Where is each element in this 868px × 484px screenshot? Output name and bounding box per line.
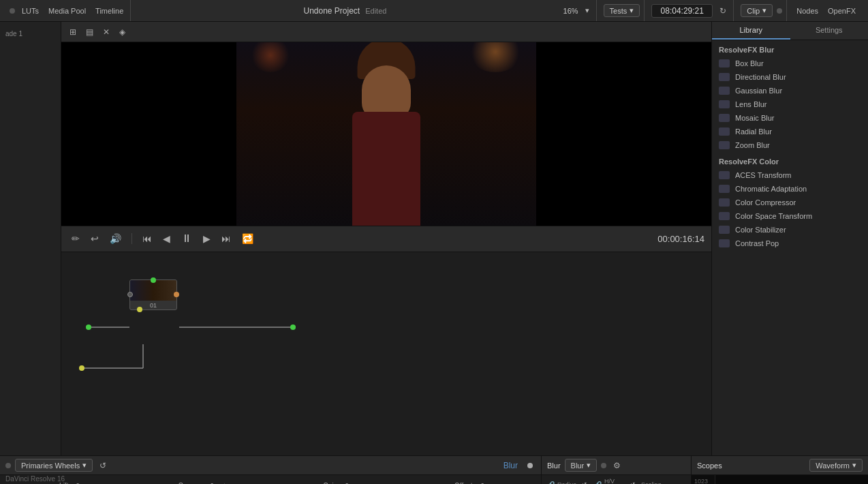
- zoom-level: 16%: [563, 7, 578, 15]
- waveform-scale: 1023 896 768 640 512 384 256 128 0: [692, 475, 715, 484]
- audio-button[interactable]: 🔊: [106, 231, 125, 246]
- video-preview: ⊞ ▤ ✕ ◈: [61, 22, 711, 226]
- gamma-reset[interactable]: ↺: [205, 481, 216, 484]
- color-compressor-label: Color Compressor: [735, 198, 796, 207]
- blur-panel: Blur Blur ▾ ⚙ 🔗 Radius ↺ 🔗 H/V Ratio ↺ S…: [541, 456, 691, 484]
- nodes-button[interactable]: Nodes: [794, 5, 821, 16]
- library-item-directional-blur[interactable]: Directional Blur: [712, 70, 868, 84]
- box-blur-label: Box Blur: [735, 59, 764, 67]
- blur-active-dot: [601, 463, 606, 468]
- library-item-radial-blur[interactable]: Radial Blur: [712, 125, 868, 138]
- blur-section-title: ResolveFX Blur: [712, 40, 868, 57]
- library-item-gaussian-blur[interactable]: Gaussian Blur: [712, 84, 868, 97]
- color-wheels-panel: Primaries Wheels ▾ ↺ Blur Lift ↺ 0.0: [0, 456, 541, 484]
- node-01[interactable]: 01: [129, 279, 177, 310]
- radius-reset[interactable]: ↺: [579, 480, 590, 484]
- timeline-button[interactable]: Timeline: [93, 5, 126, 16]
- library-item-zoom-blur[interactable]: Zoom Blur: [712, 138, 868, 152]
- color-space-transform-label: Color Space Transform: [735, 212, 812, 220]
- preview-icon-4[interactable]: ◈: [117, 26, 128, 38]
- skip-start-button[interactable]: ⏮: [139, 231, 155, 246]
- contrast-pop-label: Contrast Pop: [735, 239, 779, 247]
- hv-label: H/V Ratio: [604, 478, 625, 484]
- edited-badge: Edited: [365, 7, 386, 15]
- gamma-wheel-group: Gamma ↺ ✦ 0.00 0.00 0.00: [139, 481, 270, 484]
- preview-icon-3[interactable]: ✕: [100, 26, 112, 38]
- luts-button[interactable]: LUTs: [19, 5, 42, 16]
- body: [352, 112, 420, 225]
- chevron-down-icon: ▾: [630, 6, 634, 15]
- library-item-lens-blur[interactable]: Lens Blur: [712, 97, 868, 111]
- chevron-scope-icon: ▾: [852, 461, 856, 470]
- color-stabilizer-icon: [719, 226, 730, 234]
- library-item-chromatic-adaptation[interactable]: Chromatic Adaptation: [712, 182, 868, 196]
- test-preset-dropdown[interactable]: Tests ▾: [604, 4, 640, 17]
- node-thumbnail: [130, 280, 176, 301]
- blur-mode-dropdown[interactable]: Blur ▾: [565, 459, 598, 472]
- pencil-tool[interactable]: ✏: [68, 231, 83, 246]
- primaries-wheels-dropdown[interactable]: Primaries Wheels ▾: [15, 459, 93, 472]
- scopes-title: Scopes: [697, 462, 722, 470]
- test-preset-label: Tests: [610, 7, 627, 15]
- chevron-wheels-icon: ▾: [82, 461, 87, 470]
- lens-blur-icon: [719, 100, 730, 108]
- library-item-color-compressor[interactable]: Color Compressor: [712, 196, 868, 209]
- right-panel: Library Settings ResolveFX Blur Box Blur…: [711, 22, 868, 455]
- library-item-color-space-transform[interactable]: Color Space Transform: [712, 209, 868, 223]
- gain-reset[interactable]: ↺: [340, 481, 351, 484]
- aces-transform-icon: [719, 171, 730, 179]
- next-frame-button[interactable]: ▶: [200, 231, 214, 246]
- skip-end-button[interactable]: ⏭: [218, 231, 234, 246]
- mosaic-blur-icon: [719, 114, 730, 122]
- project-name-label: Undone Project: [303, 6, 360, 16]
- library-item-aces-transform[interactable]: ACES Transform: [712, 168, 868, 182]
- node-out-dot: [174, 292, 179, 297]
- timecode-display[interactable]: 08:04:29:21: [651, 4, 713, 18]
- color-compressor-icon: [719, 198, 730, 207]
- prev-frame-button[interactable]: ◀: [159, 231, 174, 246]
- tab-settings[interactable]: Settings: [790, 22, 869, 40]
- library-item-contrast-pop[interactable]: Contrast Pop: [712, 237, 868, 250]
- link-icon: 🔗: [547, 481, 555, 484]
- hv-reset[interactable]: ↺: [627, 480, 638, 484]
- library-item-color-stabilizer[interactable]: Color Stabilizer: [712, 223, 868, 237]
- media-pool-button[interactable]: Media Pool: [46, 5, 89, 16]
- openfx-button[interactable]: OpenFX: [825, 5, 858, 16]
- wheels-reset-button[interactable]: ↺: [97, 459, 109, 472]
- library-item-box-blur[interactable]: Box Blur: [712, 57, 868, 70]
- waveform-dropdown[interactable]: Waveform ▾: [809, 459, 863, 472]
- blur-tab-button[interactable]: Blur: [501, 459, 521, 472]
- gain-wheel-group: Gain ↺ 1.00 1.00 1.00 1.00: [272, 481, 403, 484]
- box-blur-icon: [719, 59, 730, 67]
- radius-header: 🔗 Radius ↺: [547, 478, 591, 484]
- clip-dropdown[interactable]: Clip ▾: [741, 4, 773, 17]
- blur-mode-label: Blur: [571, 462, 585, 470]
- play-pause-button[interactable]: ⏸: [178, 230, 196, 247]
- separator-1: [131, 233, 132, 244]
- left-panel-label: ade 1: [3, 27, 58, 40]
- bg-light-2: [250, 38, 291, 72]
- loop-button[interactable]: 🔁: [238, 231, 257, 246]
- library-item-mosaic-blur[interactable]: Mosaic Blur: [712, 111, 868, 125]
- primaries-wheels-label: Primaries Wheels: [21, 462, 80, 470]
- top-bar-left: LUTs Media Pool Timeline: [5, 0, 131, 21]
- center-area: ⊞ ▤ ✕ ◈: [61, 22, 711, 455]
- preview-icon-2[interactable]: ▤: [83, 26, 96, 38]
- gamma-extra[interactable]: ✦: [219, 481, 230, 484]
- timecode-refresh-button[interactable]: ↻: [717, 5, 729, 17]
- directional-blur-icon: [719, 73, 730, 81]
- clip-label: Clip: [747, 7, 760, 15]
- tab-library[interactable]: Library: [712, 22, 790, 40]
- scaling-header: Scaling: [641, 478, 685, 484]
- zoom-dropdown[interactable]: ▾: [583, 5, 592, 16]
- offset-reset[interactable]: ↺: [476, 481, 486, 484]
- lift-reset[interactable]: ↺: [71, 481, 82, 484]
- blur-column-headers: 🔗 Radius ↺ 🔗 H/V Ratio ↺ Scaling: [542, 475, 691, 484]
- blur-settings-icon[interactable]: ⚙: [610, 459, 623, 472]
- undo-button[interactable]: ↩: [87, 231, 102, 246]
- blur-indicator: [525, 462, 536, 470]
- preview-icon-1[interactable]: ⊞: [67, 26, 79, 38]
- contrast-pop-icon: [719, 239, 730, 247]
- node-bottom-dot: [137, 307, 142, 312]
- playback-timecode: 00:00:16:14: [657, 234, 704, 244]
